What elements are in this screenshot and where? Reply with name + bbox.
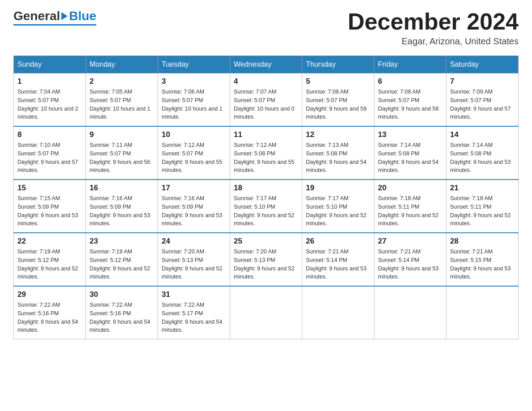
- day-number: 14: [450, 130, 515, 139]
- table-row: 8Sunrise: 7:10 AMSunset: 5:07 PMDaylight…: [14, 126, 86, 180]
- table-row: [230, 286, 302, 339]
- col-saturday: Saturday: [446, 56, 519, 73]
- day-info: Sunrise: 7:12 AMSunset: 5:08 PMDaylight:…: [234, 141, 298, 175]
- table-row: 1Sunrise: 7:04 AMSunset: 5:07 PMDaylight…: [14, 73, 86, 127]
- table-row: 5Sunrise: 7:08 AMSunset: 5:07 PMDaylight…: [302, 73, 374, 127]
- table-row: 17Sunrise: 7:16 AMSunset: 5:09 PMDayligh…: [158, 180, 230, 233]
- table-row: 18Sunrise: 7:17 AMSunset: 5:10 PMDayligh…: [230, 180, 302, 233]
- col-sunday: Sunday: [14, 56, 86, 73]
- calendar-week-row: 22Sunrise: 7:19 AMSunset: 5:12 PMDayligh…: [14, 233, 519, 286]
- day-info: Sunrise: 7:12 AMSunset: 5:07 PMDaylight:…: [162, 141, 226, 175]
- day-number: 17: [162, 184, 226, 193]
- day-info: Sunrise: 7:13 AMSunset: 5:08 PMDaylight:…: [306, 141, 370, 175]
- table-row: 30Sunrise: 7:22 AMSunset: 5:16 PMDayligh…: [86, 286, 158, 339]
- day-number: 16: [90, 184, 154, 193]
- table-row: 11Sunrise: 7:12 AMSunset: 5:08 PMDayligh…: [230, 126, 302, 180]
- table-row: [302, 286, 374, 339]
- table-row: 7Sunrise: 7:09 AMSunset: 5:07 PMDaylight…: [446, 73, 519, 127]
- day-number: 19: [306, 184, 370, 193]
- table-row: 3Sunrise: 7:06 AMSunset: 5:07 PMDaylight…: [158, 73, 230, 127]
- table-row: 16Sunrise: 7:16 AMSunset: 5:09 PMDayligh…: [86, 180, 158, 233]
- table-row: 14Sunrise: 7:14 AMSunset: 5:08 PMDayligh…: [446, 126, 519, 180]
- day-number: 29: [17, 290, 82, 299]
- day-info: Sunrise: 7:22 AMSunset: 5:17 PMDaylight:…: [162, 301, 226, 334]
- table-row: 21Sunrise: 7:18 AMSunset: 5:11 PMDayligh…: [446, 180, 519, 233]
- day-info: Sunrise: 7:20 AMSunset: 5:13 PMDaylight:…: [234, 248, 298, 281]
- day-info: Sunrise: 7:18 AMSunset: 5:11 PMDaylight:…: [450, 194, 515, 228]
- day-number: 12: [306, 130, 370, 139]
- table-row: 24Sunrise: 7:20 AMSunset: 5:13 PMDayligh…: [158, 233, 230, 286]
- day-number: 30: [90, 290, 154, 299]
- month-title: December 2024: [348, 9, 519, 34]
- logo-underline: [13, 24, 96, 26]
- day-number: 4: [234, 77, 298, 86]
- header-row: Sunday Monday Tuesday Wednesday Thursday…: [14, 56, 519, 73]
- day-number: 18: [234, 184, 298, 193]
- table-row: 9Sunrise: 7:11 AMSunset: 5:07 PMDaylight…: [86, 126, 158, 180]
- col-thursday: Thursday: [302, 56, 374, 73]
- day-number: 15: [17, 184, 82, 193]
- table-row: 31Sunrise: 7:22 AMSunset: 5:17 PMDayligh…: [158, 286, 230, 339]
- day-info: Sunrise: 7:08 AMSunset: 5:07 PMDaylight:…: [378, 88, 442, 121]
- day-number: 28: [450, 237, 515, 246]
- day-info: Sunrise: 7:14 AMSunset: 5:08 PMDaylight:…: [378, 141, 442, 175]
- day-info: Sunrise: 7:04 AMSunset: 5:07 PMDaylight:…: [17, 88, 82, 121]
- table-row: [374, 286, 446, 339]
- table-row: 23Sunrise: 7:19 AMSunset: 5:12 PMDayligh…: [86, 233, 158, 286]
- table-row: 29Sunrise: 7:22 AMSunset: 5:16 PMDayligh…: [14, 286, 86, 339]
- table-row: 10Sunrise: 7:12 AMSunset: 5:07 PMDayligh…: [158, 126, 230, 180]
- day-info: Sunrise: 7:22 AMSunset: 5:16 PMDaylight:…: [17, 301, 82, 334]
- col-wednesday: Wednesday: [230, 56, 302, 73]
- day-info: Sunrise: 7:16 AMSunset: 5:09 PMDaylight:…: [162, 194, 226, 228]
- title-block: December 2024 Eagar, Arizona, United Sta…: [348, 9, 519, 47]
- table-row: 25Sunrise: 7:20 AMSunset: 5:13 PMDayligh…: [230, 233, 302, 286]
- table-row: [446, 286, 519, 339]
- day-info: Sunrise: 7:21 AMSunset: 5:14 PMDaylight:…: [306, 248, 370, 281]
- day-number: 6: [378, 77, 442, 86]
- day-number: 5: [306, 77, 370, 86]
- day-info: Sunrise: 7:11 AMSunset: 5:07 PMDaylight:…: [90, 141, 154, 175]
- day-number: 31: [162, 290, 226, 299]
- col-monday: Monday: [86, 56, 158, 73]
- table-row: 6Sunrise: 7:08 AMSunset: 5:07 PMDaylight…: [374, 73, 446, 127]
- day-number: 8: [17, 130, 82, 139]
- day-number: 24: [162, 237, 226, 246]
- day-number: 21: [450, 184, 515, 193]
- day-number: 25: [234, 237, 298, 246]
- day-info: Sunrise: 7:18 AMSunset: 5:11 PMDaylight:…: [378, 194, 442, 228]
- day-info: Sunrise: 7:10 AMSunset: 5:07 PMDaylight:…: [17, 141, 82, 175]
- calendar-table: Sunday Monday Tuesday Wednesday Thursday…: [13, 56, 519, 339]
- day-info: Sunrise: 7:17 AMSunset: 5:10 PMDaylight:…: [234, 194, 298, 228]
- calendar-week-row: 15Sunrise: 7:15 AMSunset: 5:09 PMDayligh…: [14, 180, 519, 233]
- calendar-week-row: 8Sunrise: 7:10 AMSunset: 5:07 PMDaylight…: [14, 126, 519, 180]
- table-row: 20Sunrise: 7:18 AMSunset: 5:11 PMDayligh…: [374, 180, 446, 233]
- day-number: 1: [17, 77, 82, 86]
- table-row: 26Sunrise: 7:21 AMSunset: 5:14 PMDayligh…: [302, 233, 374, 286]
- logo-arrow-icon: [61, 12, 68, 20]
- day-info: Sunrise: 7:07 AMSunset: 5:07 PMDaylight:…: [234, 88, 298, 121]
- day-number: 23: [90, 237, 154, 246]
- day-info: Sunrise: 7:19 AMSunset: 5:12 PMDaylight:…: [17, 248, 82, 281]
- table-row: 2Sunrise: 7:05 AMSunset: 5:07 PMDaylight…: [86, 73, 158, 127]
- page-header: General Blue December 2024 Eagar, Arizon…: [13, 9, 519, 47]
- location-text: Eagar, Arizona, United States: [348, 36, 519, 47]
- day-number: 27: [378, 237, 442, 246]
- table-row: 15Sunrise: 7:15 AMSunset: 5:09 PMDayligh…: [14, 180, 86, 233]
- table-row: 27Sunrise: 7:21 AMSunset: 5:14 PMDayligh…: [374, 233, 446, 286]
- calendar-week-row: 29Sunrise: 7:22 AMSunset: 5:16 PMDayligh…: [14, 286, 519, 339]
- day-info: Sunrise: 7:06 AMSunset: 5:07 PMDaylight:…: [162, 88, 226, 121]
- day-info: Sunrise: 7:20 AMSunset: 5:13 PMDaylight:…: [162, 248, 226, 281]
- logo-general-text: General: [13, 9, 60, 23]
- day-info: Sunrise: 7:17 AMSunset: 5:10 PMDaylight:…: [306, 194, 370, 228]
- day-info: Sunrise: 7:21 AMSunset: 5:15 PMDaylight:…: [450, 248, 515, 281]
- calendar-week-row: 1Sunrise: 7:04 AMSunset: 5:07 PMDaylight…: [14, 73, 519, 127]
- table-row: 4Sunrise: 7:07 AMSunset: 5:07 PMDaylight…: [230, 73, 302, 127]
- day-number: 20: [378, 184, 442, 193]
- day-info: Sunrise: 7:14 AMSunset: 5:08 PMDaylight:…: [450, 141, 515, 175]
- day-number: 9: [90, 130, 154, 139]
- table-row: 12Sunrise: 7:13 AMSunset: 5:08 PMDayligh…: [302, 126, 374, 180]
- day-info: Sunrise: 7:08 AMSunset: 5:07 PMDaylight:…: [306, 88, 370, 121]
- day-number: 13: [378, 130, 442, 139]
- col-tuesday: Tuesday: [158, 56, 230, 73]
- day-number: 2: [90, 77, 154, 86]
